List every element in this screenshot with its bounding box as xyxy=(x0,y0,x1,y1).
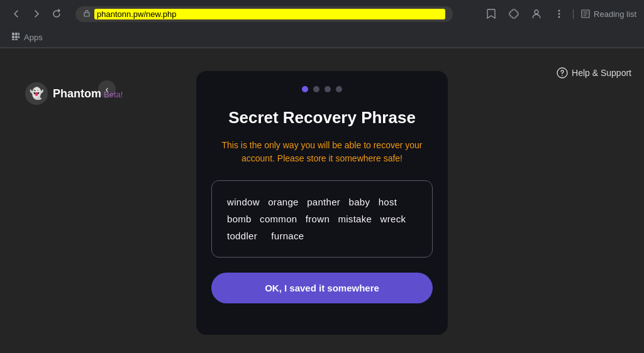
svg-rect-6 xyxy=(12,33,14,35)
svg-rect-12 xyxy=(12,39,14,40)
lock-icon xyxy=(83,9,91,19)
refresh-button[interactable] xyxy=(48,5,65,23)
browser-toolbar: Reading list xyxy=(0,0,644,28)
svg-point-3 xyxy=(558,13,560,15)
bookmarks-bar: Apps xyxy=(0,28,644,48)
extensions-button[interactable] xyxy=(505,5,523,23)
svg-point-1 xyxy=(535,10,538,14)
forward-button[interactable] xyxy=(28,5,45,23)
card-title: Secret Recovery Phrase xyxy=(211,107,433,129)
browser-chrome: Reading list Apps xyxy=(0,0,644,48)
logo-icon: 👻 xyxy=(25,82,48,105)
svg-rect-0 xyxy=(84,13,89,16)
apps-label: Apps xyxy=(24,33,43,42)
svg-rect-13 xyxy=(15,39,18,40)
dot-2 xyxy=(313,86,319,92)
left-col: 👻 PhantomBeta! xyxy=(25,71,138,105)
recovery-phrase-card: ‹ Secret Recovery Phrase This is the onl… xyxy=(196,71,448,335)
svg-rect-11 xyxy=(18,36,19,38)
reading-list-button[interactable]: Reading list xyxy=(573,9,636,19)
more-button[interactable] xyxy=(550,5,568,23)
svg-point-15 xyxy=(562,75,563,77)
svg-point-4 xyxy=(558,16,560,18)
bookmark-button[interactable] xyxy=(482,5,500,23)
ok-saved-button[interactable]: OK, I saved it somewhere xyxy=(211,273,433,303)
card-subtitle: This is the only way you will be able to… xyxy=(211,139,433,165)
mid-col: ‹ Secret Recovery Phrase This is the onl… xyxy=(138,71,506,335)
dot-3 xyxy=(325,86,331,92)
page-content: 👻 PhantomBeta! ‹ Secret Recovery Phrase xyxy=(0,48,644,353)
svg-point-2 xyxy=(558,10,560,12)
apps-grid-icon xyxy=(11,32,20,43)
right-col: Help & Support xyxy=(506,71,619,76)
help-support-button[interactable]: Help & Support xyxy=(557,67,631,79)
dot-1 xyxy=(302,86,308,92)
toolbar-actions: Reading list xyxy=(482,5,636,23)
nav-buttons xyxy=(8,5,65,23)
reading-list-label: Reading list xyxy=(594,9,636,19)
phrase-box: window orange panther baby host bomb com… xyxy=(211,180,433,258)
svg-rect-8 xyxy=(18,33,19,35)
help-support-label: Help & Support xyxy=(572,68,631,78)
url-input[interactable] xyxy=(94,9,445,19)
dot-4 xyxy=(336,86,342,92)
svg-rect-7 xyxy=(15,33,18,35)
apps-button[interactable]: Apps xyxy=(8,31,47,44)
svg-rect-9 xyxy=(12,36,14,38)
back-arrow-button[interactable]: ‹ xyxy=(98,80,116,98)
back-button[interactable] xyxy=(8,5,25,23)
page-layout: 👻 PhantomBeta! ‹ Secret Recovery Phrase xyxy=(13,61,631,345)
profile-button[interactable] xyxy=(528,5,545,23)
svg-rect-10 xyxy=(15,36,18,38)
phrase-text: window orange panther baby host bomb com… xyxy=(227,193,417,244)
card-dots: ‹ xyxy=(211,86,433,92)
address-bar[interactable] xyxy=(75,6,453,22)
